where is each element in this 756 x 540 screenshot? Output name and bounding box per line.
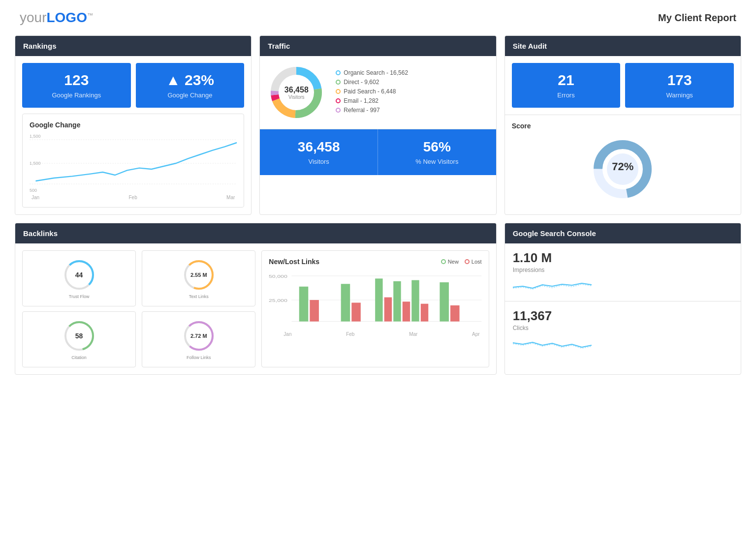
text-links-center: 2.55 M	[190, 272, 207, 278]
rankings-stat-boxes: 123 Google Rankings ▲ 23% Google Change	[22, 63, 244, 108]
score-title: Score	[512, 122, 734, 130]
impressions-label: Impressions	[513, 267, 733, 273]
clicks-sparkline	[513, 335, 733, 352]
svg-rect-36	[450, 305, 460, 322]
traffic-visitors-stat: 36,458 Visitors	[260, 129, 378, 175]
text-links-stat: 2.55 M Text Links	[142, 250, 255, 306]
legend-label-paid: Paid Search - 6,448	[344, 88, 396, 95]
bar-legend: New Lost	[441, 259, 482, 265]
x-label-jan: Jan	[32, 195, 39, 200]
legend-label-lost: Lost	[472, 259, 482, 265]
legend-label-direct: Direct - 9,602	[344, 79, 379, 86]
backlinks-body: 44 Trust Flow 58 Cit	[15, 243, 496, 374]
text-links-label: Text Links	[189, 294, 209, 299]
bar-chart-svg: 50,000 25,000	[269, 270, 481, 330]
legend-label-organic: Organic Search - 16,562	[344, 69, 408, 76]
report-title: My Client Report	[658, 12, 736, 24]
svg-rect-26	[310, 300, 319, 322]
google-change-value: ▲ 23%	[143, 72, 238, 89]
legend-lost: Lost	[465, 259, 482, 265]
legend-dot-organic	[336, 70, 341, 75]
warnings-stat: 173 Warnings	[625, 63, 734, 108]
svg-rect-27	[341, 284, 350, 321]
impressions-stat: 1.10 M Impressions	[505, 243, 741, 301]
traffic-donut: 36,458 Visitors	[267, 63, 326, 122]
impressions-value: 1.10 M	[513, 250, 733, 266]
new-lost-links-chart: New/Lost Links New Lost	[261, 250, 489, 367]
svg-text:25,000: 25,000	[269, 298, 287, 303]
legend-dot-referral	[336, 108, 341, 113]
bar-chart-area: 50,000 25,000	[269, 270, 481, 330]
warnings-label: Warnings	[632, 91, 727, 99]
traffic-legend: Organic Search - 16,562 Direct - 9,602 P…	[336, 69, 408, 116]
traffic-stat-boxes: 36,458 Visitors 56% % New Visitors	[260, 129, 496, 175]
svg-rect-30	[384, 298, 392, 322]
traffic-donut-sub: Visitors	[284, 94, 309, 100]
backlink-circles-1: 44 Trust Flow 58 Cit	[22, 250, 136, 367]
bar-chart-header: New/Lost Links New Lost	[269, 258, 481, 266]
page-header: yourLOGO™ My Client Report	[15, 10, 741, 26]
bar-x-apr: Apr	[472, 331, 480, 337]
legend-dot-new	[441, 259, 446, 264]
legend-dot-email	[336, 98, 341, 103]
site-audit-card: Site Audit 21 Errors 173 Warnings Score	[504, 35, 741, 215]
traffic-donut-center: 36,458 Visitors	[284, 86, 309, 100]
logo: yourLOGO™	[20, 10, 93, 26]
gsc-header: Google Search Console	[505, 223, 741, 243]
clicks-stat: 11,367 Clicks	[505, 301, 741, 359]
legend-email: Email - 1,282	[336, 97, 408, 104]
legend-referral: Referral - 997	[336, 107, 408, 114]
trust-flow-ring: 44	[62, 258, 96, 292]
bar-x-jan: Jan	[284, 331, 291, 337]
rankings-card: Rankings 123 Google Rankings ▲ 23% Googl…	[15, 35, 252, 215]
legend-paid: Paid Search - 6,448	[336, 88, 408, 95]
backlinks-header: Backlinks	[15, 223, 496, 243]
citation-ring: 58	[62, 319, 96, 353]
logo-tm: ™	[87, 12, 93, 19]
bar-x-labels: Jan Feb Mar Apr	[269, 331, 481, 337]
legend-dot-paid	[336, 89, 341, 94]
citation-label: Citation	[71, 355, 87, 360]
text-links-ring: 2.55 M	[182, 258, 216, 292]
bar-x-mar: Mar	[409, 331, 417, 337]
trust-flow-label: Trust Flow	[69, 294, 90, 299]
trust-flow-center: 44	[75, 271, 83, 279]
citation-center: 58	[75, 332, 83, 340]
traffic-new-visitors-value: 56%	[385, 139, 489, 155]
gsc-card: Google Search Console 1.10 M Impressions…	[504, 223, 741, 375]
traffic-card: Traffic 36,458 Visitors	[259, 35, 496, 215]
trust-flow-stat: 44 Trust Flow	[22, 250, 136, 306]
google-change-label: Google Change	[143, 91, 238, 99]
bar-chart-title: New/Lost Links	[269, 258, 319, 266]
svg-text:50,000: 50,000	[269, 274, 287, 279]
citation-value: 58	[75, 332, 83, 340]
rankings-body: 123 Google Rankings ▲ 23% Google Change …	[15, 56, 251, 214]
legend-dot-direct	[336, 80, 341, 85]
bar-x-feb: Feb	[346, 331, 354, 337]
google-rankings-stat: 123 Google Rankings	[22, 63, 131, 108]
errors-label: Errors	[519, 91, 614, 99]
clicks-sparkline-svg	[513, 335, 592, 350]
errors-stat: 21 Errors	[512, 63, 621, 108]
svg-rect-25	[299, 287, 309, 322]
x-label-feb: Feb	[128, 195, 137, 200]
legend-organic: Organic Search - 16,562	[336, 69, 408, 76]
svg-rect-32	[403, 301, 410, 321]
impressions-sparkline	[513, 277, 733, 294]
backlink-circles-2: 2.55 M Text Links 2.72 M	[142, 250, 255, 367]
citation-stat: 58 Citation	[22, 311, 136, 367]
traffic-donut-value: 36,458	[284, 86, 309, 94]
score-box: Score 72%	[505, 115, 741, 206]
svg-rect-33	[412, 280, 419, 322]
google-rankings-label: Google Rankings	[29, 91, 124, 99]
traffic-header: Traffic	[260, 36, 496, 56]
warnings-value: 173	[632, 72, 727, 89]
impressions-sparkline-svg	[513, 277, 592, 292]
errors-value: 21	[519, 72, 614, 89]
legend-direct: Direct - 9,602	[336, 79, 408, 86]
rankings-x-labels: Jan Feb Mar	[30, 195, 237, 200]
legend-label-new: New	[448, 259, 459, 265]
traffic-new-visitors-stat: 56% % New Visitors	[378, 129, 496, 175]
svg-rect-31	[394, 281, 401, 322]
rankings-line-svg	[30, 134, 237, 193]
